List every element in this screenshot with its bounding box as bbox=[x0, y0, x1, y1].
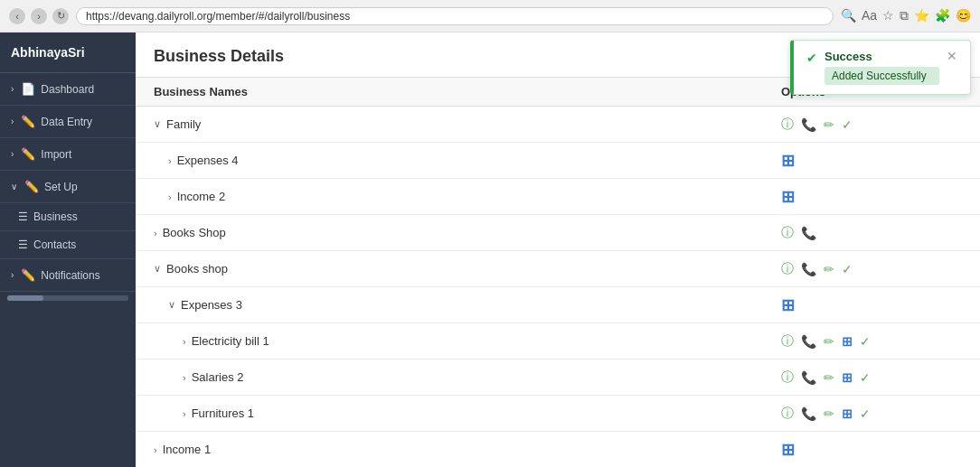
salaries2-check-icon[interactable]: ✓ bbox=[860, 370, 871, 385]
sidebar-item-dashboard[interactable]: › 📄 Dashboard bbox=[0, 73, 136, 106]
profile-icon: 😊 bbox=[956, 8, 971, 23]
family-chevron-icon[interactable]: ∨ bbox=[154, 118, 161, 130]
business-menu-icon: ☰ bbox=[18, 210, 28, 223]
sidebar-item-data-entry[interactable]: › ✏️ Data Entry bbox=[0, 106, 136, 138]
main-content: Business Details Business Names Options … bbox=[136, 33, 980, 467]
forward-button[interactable]: › bbox=[31, 8, 47, 24]
row-options-salaries2: ⓘ 📞 ✏ ⊞ ✓ bbox=[781, 369, 962, 386]
income1-add-icon[interactable]: ⊞ bbox=[781, 440, 795, 460]
data-entry-chevron-icon: › bbox=[11, 117, 14, 126]
row-options-family: ⓘ 📞 ✏ ✓ bbox=[781, 117, 962, 133]
expenses3-chevron-icon[interactable]: ∨ bbox=[168, 299, 175, 311]
income1-chevron-icon[interactable]: › bbox=[154, 444, 157, 455]
electricity-info-icon[interactable]: ⓘ bbox=[781, 333, 794, 350]
row-name-electricity: › Electricity bill 1 bbox=[183, 334, 781, 348]
sidebar-item-dashboard-label: Dashboard bbox=[41, 83, 94, 96]
expenses3-add-icon[interactable]: ⊞ bbox=[781, 295, 795, 315]
row-options-income2: ⊞ bbox=[781, 187, 962, 207]
table-row: ∨ Expenses 3 ⊞ bbox=[136, 287, 980, 323]
books-shop-phone-icon[interactable]: 📞 bbox=[801, 226, 816, 240]
furnitures1-info-icon[interactable]: ⓘ bbox=[781, 406, 794, 422]
salaries2-edit-icon[interactable]: ✏ bbox=[824, 370, 834, 385]
toast-title: Success bbox=[825, 50, 939, 63]
dashboard-chevron-icon: › bbox=[11, 84, 14, 94]
electricity-add-icon[interactable]: ⊞ bbox=[842, 334, 853, 349]
url-bar[interactable]: https://devang.dailyroll.org/member/#/da… bbox=[76, 7, 834, 25]
family-info-icon[interactable]: ⓘ bbox=[781, 117, 794, 133]
income2-add-icon[interactable]: ⊞ bbox=[781, 187, 795, 207]
sidebar-scrollbar-track[interactable] bbox=[7, 295, 128, 301]
books-shop-lower-info-icon[interactable]: ⓘ bbox=[781, 261, 794, 277]
row-name-income2: › Income 2 bbox=[168, 190, 781, 203]
books-shop-lower-check-icon[interactable]: ✓ bbox=[842, 262, 853, 276]
furnitures1-check-icon[interactable]: ✓ bbox=[860, 406, 871, 421]
sidebar-logo: AbhinayaSri bbox=[0, 33, 136, 73]
browser-controls: ‹ › ↻ bbox=[9, 8, 69, 24]
family-phone-icon[interactable]: 📞 bbox=[801, 117, 816, 132]
row-name-books-shop-lower: ∨ Books shop bbox=[154, 262, 781, 276]
salaries2-add-icon[interactable]: ⊞ bbox=[842, 370, 853, 385]
salaries2-phone-icon[interactable]: 📞 bbox=[801, 370, 816, 385]
sidebar-item-business[interactable]: ☰ Business bbox=[0, 203, 136, 231]
row-options-furnitures1: ⓘ 📞 ✏ ⊞ ✓ bbox=[781, 406, 962, 422]
table-row: › Books Shop ⓘ 📞 bbox=[136, 215, 980, 251]
furnitures1-add-icon[interactable]: ⊞ bbox=[842, 406, 853, 421]
electricity-check-icon[interactable]: ✓ bbox=[860, 334, 871, 349]
salaries2-info-icon[interactable]: ⓘ bbox=[781, 369, 794, 386]
salaries2-label: Salaries 2 bbox=[192, 370, 244, 384]
family-check-icon[interactable]: ✓ bbox=[842, 117, 853, 132]
reader-icon: Aa bbox=[862, 8, 877, 23]
sidebar-item-contacts[interactable]: ☰ Contacts bbox=[0, 231, 136, 259]
books-shop-lower-edit-icon[interactable]: ✏ bbox=[824, 262, 834, 276]
income1-label: Income 1 bbox=[163, 443, 211, 456]
sidebar-item-business-label: Business bbox=[33, 210, 78, 223]
table-row: › Income 2 ⊞ bbox=[136, 179, 980, 215]
expenses4-label: Expenses 4 bbox=[177, 154, 239, 167]
row-name-books-shop: › Books Shop bbox=[154, 226, 781, 239]
notifications-icon: ✏️ bbox=[21, 268, 35, 282]
toast-check-icon: ✔ bbox=[806, 51, 817, 65]
toast-content: Success Added Successfully bbox=[825, 50, 939, 85]
electricity-phone-icon[interactable]: 📞 bbox=[801, 334, 816, 349]
data-entry-icon: ✏️ bbox=[21, 115, 35, 128]
income2-chevron-icon[interactable]: › bbox=[168, 191, 172, 202]
books-shop-lower-phone-icon[interactable]: 📞 bbox=[801, 262, 816, 276]
app-container: AbhinayaSri › 📄 Dashboard › ✏️ Data Entr… bbox=[0, 33, 980, 467]
furnitures1-phone-icon[interactable]: 📞 bbox=[801, 406, 816, 421]
expenses4-add-icon[interactable]: ⊞ bbox=[781, 151, 795, 171]
table-row: › Income 1 ⊞ bbox=[136, 432, 980, 467]
table-row: › Expenses 4 ⊞ bbox=[136, 143, 980, 179]
expenses4-chevron-icon[interactable]: › bbox=[168, 155, 172, 166]
sidebar-item-notifications[interactable]: › ✏️ Notifications bbox=[0, 259, 136, 292]
sidebar-item-setup[interactable]: ∨ ✏️ Set Up bbox=[0, 171, 136, 203]
furnitures1-edit-icon[interactable]: ✏ bbox=[824, 406, 834, 421]
books-shop-info-icon[interactable]: ⓘ bbox=[781, 225, 794, 241]
col-header-name: Business Names bbox=[154, 85, 781, 98]
setup-icon: ✏️ bbox=[24, 180, 39, 193]
sidebar-item-import[interactable]: › ✏️ Import bbox=[0, 138, 136, 171]
toast-close-button[interactable]: ✕ bbox=[947, 50, 957, 62]
notifications-chevron-icon: › bbox=[11, 270, 14, 280]
electricity-edit-icon[interactable]: ✏ bbox=[824, 334, 834, 349]
electricity-chevron-icon[interactable]: › bbox=[183, 336, 186, 347]
sidebar-scrollbar-thumb[interactable] bbox=[7, 295, 43, 301]
browser-icons: 🔍 Aa ☆ ⧉ ⭐ 🧩 😊 bbox=[841, 8, 971, 23]
row-name-furnitures1: › Furnitures 1 bbox=[183, 406, 781, 420]
salaries2-chevron-icon[interactable]: › bbox=[183, 372, 186, 383]
success-toast: ✔ Success Added Successfully ✕ bbox=[790, 40, 971, 95]
family-label: Family bbox=[166, 117, 201, 131]
family-edit-icon[interactable]: ✏ bbox=[824, 117, 834, 132]
furnitures1-chevron-icon[interactable]: › bbox=[183, 408, 186, 419]
back-button[interactable]: ‹ bbox=[9, 8, 25, 24]
dashboard-doc-icon: 📄 bbox=[21, 82, 35, 96]
import-chevron-icon: › bbox=[11, 149, 14, 159]
books-shop-label: Books Shop bbox=[163, 226, 226, 239]
import-icon: ✏️ bbox=[21, 147, 35, 161]
split-icon: ⧉ bbox=[900, 8, 909, 23]
books-shop-chevron-icon[interactable]: › bbox=[154, 228, 157, 238]
furnitures1-label: Furnitures 1 bbox=[192, 406, 254, 420]
row-name-family: ∨ Family bbox=[154, 117, 781, 131]
books-shop-lower-chevron-icon[interactable]: ∨ bbox=[154, 263, 161, 275]
refresh-button[interactable]: ↻ bbox=[52, 8, 69, 24]
row-options-books-shop-lower: ⓘ 📞 ✏ ✓ bbox=[781, 261, 962, 277]
